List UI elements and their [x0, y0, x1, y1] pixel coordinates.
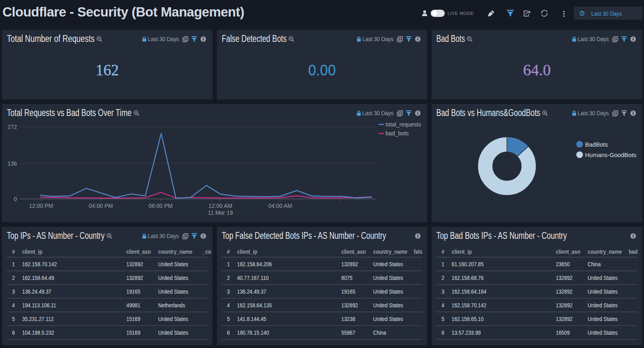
svg-text:BadBots: BadBots [585, 141, 608, 148]
svg-text:12:00 PM: 12:00 PM [29, 203, 53, 209]
svg-text:272: 272 [8, 124, 17, 130]
svg-text:11 Mar 19: 11 Mar 19 [208, 209, 233, 216]
svg-text:Humans-GoodBots: Humans-GoodBots [585, 151, 637, 158]
svg-text:04:00 AM: 04:00 AM [268, 203, 292, 209]
svg-text:0: 0 [14, 196, 17, 202]
svg-text:total_requests: total_requests [386, 121, 421, 128]
svg-text:136: 136 [8, 160, 17, 167]
svg-text:04:00 PM: 04:00 PM [89, 203, 113, 209]
svg-text:bad_bots: bad_bots [386, 130, 409, 137]
svg-text:12:00 AM: 12:00 AM [208, 203, 232, 209]
svg-text:08:00 PM: 08:00 PM [149, 203, 173, 209]
